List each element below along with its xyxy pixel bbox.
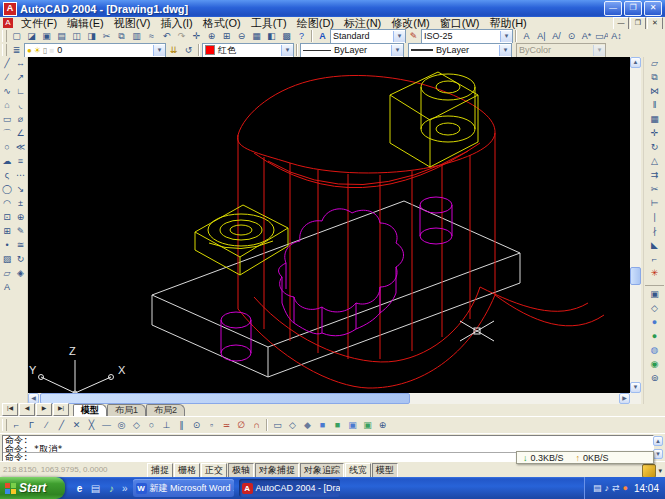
undo-icon[interactable]: ↶: [159, 29, 174, 44]
layer-combo[interactable]: ●☀▯■ 0 ▾: [24, 43, 166, 58]
communication-center-icon[interactable]: [642, 464, 656, 478]
match-properties-icon[interactable]: ≈: [144, 29, 159, 44]
dim-linear-icon[interactable]: ↔: [14, 57, 27, 71]
start-button[interactable]: Start: [0, 477, 65, 499]
circle-icon[interactable]: ○: [1, 141, 14, 155]
scroll-down-icon[interactable]: ▼: [630, 382, 641, 393]
shade-3d-wireframe-icon[interactable]: ◇: [285, 418, 300, 433]
snap-none-icon[interactable]: ∅: [234, 418, 249, 433]
tab-layout2[interactable]: 布局2: [146, 404, 185, 416]
communication-center[interactable]: ▾: [642, 464, 662, 478]
toggle-lwt[interactable]: 线宽: [345, 463, 371, 478]
tab-layout1[interactable]: 布局1: [107, 404, 146, 416]
color-combo[interactable]: 红色 ▾: [202, 43, 294, 58]
trim-icon[interactable]: ✂: [648, 183, 661, 197]
ellipse-icon[interactable]: ◯: [1, 183, 14, 197]
shade-gouraud-edges-icon[interactable]: ▣: [360, 418, 375, 433]
snap-node-icon[interactable]: ⊙: [189, 418, 204, 433]
layer-previous-icon[interactable]: ↺: [181, 43, 196, 58]
temp-track-icon[interactable]: ⌐: [9, 418, 24, 433]
make-block-icon[interactable]: ⊞: [1, 225, 14, 239]
snap-tangent-icon[interactable]: ○: [144, 418, 159, 433]
snap-center-icon[interactable]: ◎: [114, 418, 129, 433]
dim-continue-icon[interactable]: ⋯: [14, 169, 27, 183]
zoom-previous-icon[interactable]: ⊖: [234, 29, 249, 44]
dim-edit-icon[interactable]: ✎: [14, 225, 27, 239]
gouraud-edges-icon[interactable]: ◉: [648, 358, 661, 372]
dim-update-icon[interactable]: ↻: [14, 253, 27, 267]
dim-baseline-icon[interactable]: ≡: [14, 155, 27, 169]
shade-2d-wireframe-icon[interactable]: ▭: [270, 418, 285, 433]
task-button-word[interactable]: W 新建 Microsoft Word ...: [133, 479, 234, 497]
polygon-icon[interactable]: ⌂: [1, 99, 14, 113]
orbit-icon[interactable]: ⊚: [648, 372, 661, 386]
designcenter-icon[interactable]: ◧: [264, 29, 279, 44]
single-text-icon[interactable]: A|: [534, 29, 549, 44]
hatch-icon[interactable]: ▨: [1, 253, 14, 267]
snap-parallel-icon[interactable]: ∥: [174, 418, 189, 433]
shade-flat-edges-icon[interactable]: ▣: [345, 418, 360, 433]
shade-hidden-icon[interactable]: ◆: [300, 418, 315, 433]
help-icon[interactable]: ?: [294, 29, 309, 44]
tool-palettes-icon[interactable]: ▩: [279, 29, 294, 44]
toggle-polar[interactable]: 极轴: [228, 463, 254, 478]
doc-close-button[interactable]: ✕: [647, 17, 663, 30]
tab-nav-prev[interactable]: ◀: [19, 403, 35, 416]
dim-style-icon[interactable]: ◈: [14, 267, 27, 281]
extend-icon[interactable]: ⊢: [648, 197, 661, 211]
copy-icon[interactable]: ⧉: [648, 71, 661, 85]
restore-button[interactable]: ❐: [624, 1, 642, 16]
properties-icon[interactable]: ▦: [249, 29, 264, 44]
command-scroll-up-icon[interactable]: ▲: [653, 436, 663, 446]
move-icon[interactable]: ✛: [648, 127, 661, 141]
dim-ordinate-icon[interactable]: ∟: [14, 85, 27, 99]
layer-thaw-sun-icon[interactable]: ☀: [34, 46, 41, 55]
break-at-point-icon[interactable]: ∣: [648, 211, 661, 225]
close-button[interactable]: ✕: [644, 1, 662, 16]
snap-insert-icon[interactable]: ▫: [204, 418, 219, 433]
toggle-model[interactable]: 模型: [372, 463, 398, 478]
publish-icon[interactable]: ◨: [84, 29, 99, 44]
scale-text-icon[interactable]: ▭A: [594, 29, 609, 44]
doc-restore-button[interactable]: ❐: [630, 17, 646, 30]
chevron-down-icon[interactable]: ▾: [499, 45, 511, 56]
ellipse-arc-icon[interactable]: ◠: [1, 197, 14, 211]
network-tray-icon[interactable]: ⇄: [612, 482, 620, 494]
snap-from-icon[interactable]: Γ: [24, 418, 39, 433]
rotate-icon[interactable]: ↻: [648, 141, 661, 155]
justify-text-icon[interactable]: A↕: [609, 29, 624, 44]
offset-icon[interactable]: ǁ: [648, 99, 661, 113]
ime-tray-icon[interactable]: ▤: [593, 482, 602, 494]
scroll-right-icon[interactable]: ▶: [619, 393, 630, 404]
insert-block-icon[interactable]: ⊡: [1, 211, 14, 225]
horizontal-scrollbar[interactable]: ◀ ▶: [28, 393, 630, 404]
flat-edges-icon[interactable]: ◍: [648, 344, 661, 358]
spline-icon[interactable]: ς: [1, 169, 14, 183]
dim-radius-icon[interactable]: ◟: [14, 99, 27, 113]
chamfer-icon[interactable]: ◣: [648, 239, 661, 253]
mtext2-icon[interactable]: A: [1, 281, 14, 295]
new-icon[interactable]: ▢: [9, 29, 24, 44]
chevron-down-icon[interactable]: ▾: [153, 45, 165, 56]
polyline-icon[interactable]: ∿: [1, 85, 14, 99]
chevron-down-icon[interactable]: ▾: [391, 45, 403, 56]
line-icon[interactable]: ╱: [1, 57, 14, 71]
hide-icon[interactable]: ◇: [648, 302, 661, 316]
layer-color-swatch[interactable]: ■: [49, 46, 54, 55]
fillet-icon[interactable]: ⌐: [648, 253, 661, 267]
snap-quadrant-icon[interactable]: ◇: [129, 418, 144, 433]
revcloud-icon[interactable]: ☁: [1, 155, 14, 169]
rectangle-icon[interactable]: ▭: [1, 113, 14, 127]
render-icon[interactable]: ▣: [648, 288, 661, 302]
command-scroll-down-icon[interactable]: ▼: [653, 449, 663, 459]
make-object-layer-current-icon[interactable]: ⇊: [166, 43, 181, 58]
layer-manager-icon[interactable]: ≣: [9, 43, 24, 58]
arc-icon[interactable]: ⌒: [1, 127, 14, 141]
tab-nav-next[interactable]: ▶: [36, 403, 52, 416]
redo-icon[interactable]: ↷: [174, 29, 189, 44]
snap-perpendicular-icon[interactable]: ⊥: [159, 418, 174, 433]
show-desktop-icon[interactable]: ▤: [89, 482, 102, 495]
region-icon[interactable]: ▱: [1, 267, 14, 281]
quick-dimension-icon[interactable]: ≪: [14, 141, 27, 155]
array-icon[interactable]: ▦: [648, 113, 661, 127]
